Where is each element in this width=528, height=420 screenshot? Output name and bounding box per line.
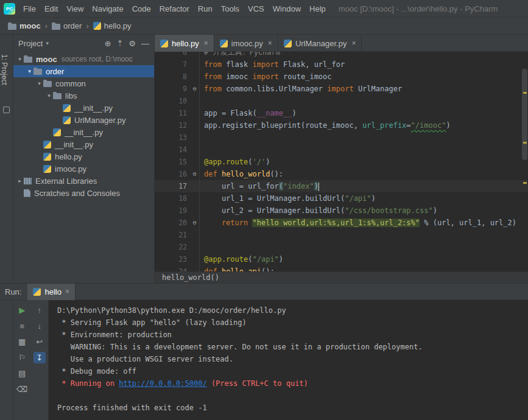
code-text: @app.route('/') xyxy=(200,156,270,168)
tree-collapsed-icon[interactable]: ▸ xyxy=(16,178,24,184)
menu-file[interactable]: File xyxy=(19,4,40,13)
print-button[interactable]: ▤ xyxy=(16,368,28,379)
scroll-end-button[interactable]: ↧ xyxy=(33,352,46,363)
menu-code[interactable]: Code xyxy=(128,4,155,13)
menu-vcs[interactable]: VCS xyxy=(244,4,269,13)
fold-gutter xyxy=(190,119,200,131)
soft-wrap-button[interactable]: ↩ xyxy=(33,336,46,348)
code-line[interactable]: 6# 开发工具：PyCharm xyxy=(155,52,528,58)
code-token: @app.route xyxy=(204,255,248,264)
py-icon xyxy=(43,165,51,173)
warning-stripe-mark[interactable] xyxy=(523,92,527,94)
breadcrumbs-context-bar[interactable]: hello_world() xyxy=(155,271,528,283)
code-editor[interactable]: 6# 开发工具：PyCharm7from flask import Flask,… xyxy=(155,52,528,271)
tree-item-libs[interactable]: ▾libs xyxy=(13,89,154,102)
code-line[interactable]: 22 xyxy=(155,241,528,253)
hide-button[interactable]: — xyxy=(141,39,149,48)
restore-layout-button[interactable]: ▦ xyxy=(16,336,28,348)
run-tab-label: hello xyxy=(44,287,61,296)
code-line[interactable]: 20⊖ return "hello world,url:%s,url_1:s%,… xyxy=(155,217,528,229)
tab-urlmanager-py[interactable]: UrlManager.py× xyxy=(278,35,362,52)
tree-item-imooc-py[interactable]: imooc.py xyxy=(13,163,154,175)
locate-button[interactable]: ⊕ xyxy=(105,39,111,48)
breadcrumb-order[interactable]: order xyxy=(50,21,83,30)
tree-item-external-libraries[interactable]: ▸External Libraries xyxy=(13,175,154,187)
close-icon[interactable]: × xyxy=(268,39,272,47)
code-line[interactable]: 24def hello_api(): xyxy=(155,265,528,271)
fold-icon[interactable]: ⊖ xyxy=(190,217,200,229)
menu-refactor[interactable]: Refactor xyxy=(155,4,194,13)
menu-edit[interactable]: Edit xyxy=(40,4,62,13)
code-line[interactable]: 7from flask import Flask, url_for xyxy=(155,58,528,71)
fold-icon[interactable]: ⊖ xyxy=(190,83,200,95)
menu-window[interactable]: Window xyxy=(269,4,305,13)
settings-button[interactable]: ⚙ xyxy=(128,39,136,48)
code-line[interactable]: 8from imooc import route_imooc xyxy=(155,71,528,83)
run-console[interactable]: D:\Python\Python38\python.exe D:/mooc/or… xyxy=(49,300,528,420)
folder-icon xyxy=(52,24,60,30)
pin-button[interactable]: ⚐ xyxy=(16,352,28,363)
tree-expanded-icon[interactable]: ▾ xyxy=(26,68,33,74)
code-token: ( xyxy=(279,182,283,191)
menu-help[interactable]: Help xyxy=(305,4,330,13)
code-line[interactable]: 11app = Flask(__name__) xyxy=(155,107,528,119)
tree-item-init-py[interactable]: __init__.py xyxy=(13,126,154,138)
scrollbar-thumb[interactable] xyxy=(522,69,527,160)
console-link[interactable]: http://0.0.0.0:5000/ xyxy=(119,379,207,388)
fold-icon[interactable]: ⊖ xyxy=(190,168,200,180)
menu-tools[interactable]: Tools xyxy=(217,4,244,13)
code-line[interactable]: 21 xyxy=(155,229,528,241)
code-line[interactable]: 17 url = url_for("index") xyxy=(155,180,528,192)
rerun-button[interactable]: ▶ xyxy=(16,304,28,316)
menu-navigate[interactable]: Navigate xyxy=(88,4,127,13)
up-stack-button[interactable]: ↑ xyxy=(33,304,46,316)
code-line[interactable]: 23@app.route("/api") xyxy=(155,253,528,265)
code-text: url = url_for("index") xyxy=(200,180,319,192)
tree-expanded-icon[interactable]: ▾ xyxy=(35,80,43,86)
collapse-all-button[interactable]: ⇡ xyxy=(116,39,123,48)
tree-expanded-icon[interactable]: ▾ xyxy=(16,56,24,62)
tree-item-init-py[interactable]: __init__.py xyxy=(13,138,154,150)
console-text: * Environment: production xyxy=(57,331,172,339)
code-token: from xyxy=(204,60,222,69)
code-line[interactable]: 10 xyxy=(155,95,528,107)
down-stack-button[interactable]: ↓ xyxy=(33,320,46,332)
warning-stripe-mark[interactable] xyxy=(523,142,527,144)
tree-item-common[interactable]: ▾common xyxy=(13,77,154,89)
code-line[interactable]: 16⊖def hello_world(): xyxy=(155,168,528,180)
code-token: ) xyxy=(433,206,437,215)
warning-stripe-mark[interactable] xyxy=(523,182,527,184)
tree-item-urlmanager-py[interactable]: UrlManager.py xyxy=(13,114,154,126)
tree-item-hello-py[interactable]: hello.py xyxy=(13,150,154,163)
tree-item-scratches-and-consoles[interactable]: Scratches and Consoles xyxy=(13,187,154,199)
code-line[interactable]: 14 xyxy=(155,144,528,156)
menu-view[interactable]: View xyxy=(62,4,88,13)
chevron-down-icon[interactable]: ▾ xyxy=(46,40,49,46)
code-line[interactable]: 18 url_1 = UrlManager.buildUrl("/api") xyxy=(155,192,528,205)
tree-item-label: hello.py xyxy=(55,152,82,161)
line-number: 16 xyxy=(155,168,190,180)
editor-scrollbar[interactable] xyxy=(521,52,528,271)
clear-button[interactable]: ⌫ xyxy=(16,383,28,395)
tree-item-init-py[interactable]: __init__.py xyxy=(13,102,154,114)
close-icon[interactable]: × xyxy=(351,39,356,47)
tab-imooc-py[interactable]: imooc.py× xyxy=(214,35,278,52)
close-icon[interactable]: × xyxy=(65,287,69,296)
breadcrumb-hello-py[interactable]: hello.py xyxy=(91,21,133,30)
close-icon[interactable]: × xyxy=(204,39,208,47)
stop-button[interactable]: ■ xyxy=(16,320,28,332)
code-line[interactable]: 12app.register_blueprint(route_imooc, ur… xyxy=(155,119,528,131)
menu-run[interactable]: Run xyxy=(194,4,217,13)
tool-window-button-project[interactable]: 1: Project xyxy=(0,52,13,85)
tree-item-order[interactable]: ▾order xyxy=(13,65,154,77)
tab-hello-py[interactable]: hello.py× xyxy=(155,35,214,52)
code-line[interactable]: 13 xyxy=(155,131,528,144)
tree-item-mooc[interactable]: ▾moocsources root, D:\mooc xyxy=(13,53,154,65)
code-line[interactable]: 9⊖from common.libs.UrlManager import Url… xyxy=(155,83,528,95)
code-line[interactable]: 19 url_2 = UrlManager.buildUrl("/css/boo… xyxy=(155,205,528,217)
tree-expanded-icon[interactable]: ▾ xyxy=(45,93,53,99)
project-panel-title[interactable]: Project xyxy=(18,39,43,48)
breadcrumb-mooc[interactable]: mooc xyxy=(6,21,43,30)
code-line[interactable]: 15@app.route('/') xyxy=(155,156,528,168)
run-tab-hello[interactable]: hello × xyxy=(27,284,75,300)
